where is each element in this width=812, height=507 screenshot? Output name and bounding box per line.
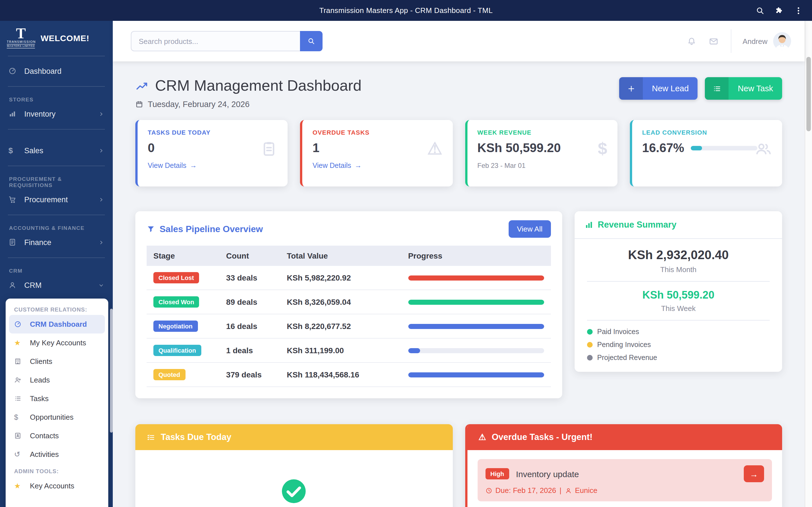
calendar-icon [135, 100, 143, 108]
revenue-legend: Paid Invoices Pending Invoices Projected… [587, 328, 770, 362]
submenu-item-label: Activities [30, 450, 59, 458]
task-assignee: Eunice [575, 486, 598, 495]
submenu-item-contacts[interactable]: Contacts [9, 426, 105, 445]
total-value: KSh 8,220,677.52 [280, 314, 401, 338]
legend-item-paid: Paid Invoices [587, 328, 770, 336]
bar-chart-icon [585, 221, 593, 229]
submenu-item-label: Opportunities [30, 413, 73, 421]
sidebar-item-crm[interactable]: CRM [0, 275, 113, 295]
progress-bar [408, 372, 544, 377]
submenu-item-tasks[interactable]: Tasks [9, 389, 105, 407]
view-details-link[interactable]: View Details→ [148, 162, 197, 170]
dashboard-icon [8, 67, 20, 75]
clipboard-icon [261, 140, 278, 157]
stat-card-lead-conversion: LEAD CONVERSION 16.67% [630, 120, 782, 186]
total-value: KSh 118,434,568.16 [280, 362, 401, 387]
priority-badge: High [485, 468, 509, 480]
scrollbar-thumb[interactable] [806, 57, 811, 131]
submenu-item-opportunities[interactable]: $ Opportunities [9, 407, 105, 426]
column-header-total-value: Total Value [280, 245, 401, 266]
list-icon [705, 77, 729, 100]
month-revenue-label: This Month [587, 265, 770, 274]
sidebar-divider [8, 86, 105, 87]
sidebar-divider [8, 214, 105, 215]
overflow-menu-icon[interactable] [794, 6, 803, 15]
week-revenue-label: This Week [587, 304, 770, 313]
stat-date-range: Feb 23 - Mar 01 [477, 162, 607, 170]
dollar-icon: $ [8, 146, 20, 155]
sidebar-scrollbar-thumb[interactable] [110, 309, 113, 433]
overdue-card-header: ⚠ Overdue Tasks - Urgent! [467, 424, 782, 450]
topbar-right: Andrew [687, 29, 791, 53]
submenu-item-label: Contacts [30, 431, 59, 440]
submenu-item-label: My Key Accounts [30, 338, 86, 347]
search-icon[interactable] [756, 6, 765, 15]
pipeline-row: Closed Lost 33 deals KSh 5,982,220.92 [147, 266, 551, 290]
sidebar-item-finance[interactable]: Finance [0, 232, 113, 252]
chevron-right-icon [98, 239, 104, 245]
sidebar-item-label: CRM [24, 281, 42, 289]
app-window: Transmission Masters App - CRM Dashboard… [0, 0, 812, 507]
sidebar-section-crm: CRM [0, 263, 113, 275]
column-header-count: Count [219, 245, 280, 266]
user-icon [565, 487, 571, 494]
pipeline-header: Sales Pipeline Overview View All [135, 211, 562, 244]
header-actions: New Lead New Task [619, 77, 782, 100]
view-all-button[interactable]: View All [508, 220, 551, 238]
legend-item-projected: Projected Revenue [587, 354, 770, 362]
sidebar-item-dashboard[interactable]: Dashboard [0, 61, 113, 81]
sidebar-item-label: Finance [24, 238, 51, 246]
stat-label: TASKS DUE TODAY [148, 129, 278, 136]
new-task-button[interactable]: New Task [705, 77, 782, 100]
sidebar-item-inventory[interactable]: Inventory [0, 104, 113, 124]
welcome-text: WELCOME! [41, 33, 89, 43]
search-button[interactable] [300, 31, 322, 51]
sidebar-section-procurement: PROCUREMENT & REQUISITIONS [0, 171, 113, 189]
page-date: Tuesday, February 24, 2026 [135, 100, 361, 109]
submenu-item-crm-dashboard[interactable]: CRM Dashboard [9, 315, 105, 333]
stat-card-overdue-tasks: OVERDUE TASKS 1 ⚠ View Details→ [300, 120, 453, 186]
submenu-item-key-accounts[interactable]: ★ Key Accounts [9, 476, 105, 495]
revenue-summary-card: Revenue Summary KSh 2,932,020.40 This Mo… [574, 211, 782, 372]
revenue-summary-title: Revenue Summary [574, 211, 782, 239]
page-scrollbar[interactable] [805, 21, 812, 507]
sidebar-item-procurement[interactable]: Procurement [0, 189, 113, 209]
sidebar-item-label: Procurement [24, 195, 68, 204]
view-details-link[interactable]: View Details→ [313, 162, 362, 170]
brand-line2: MASTERS LIMITED [7, 44, 35, 48]
overdue-tasks-card: ⚠ Overdue Tasks - Urgent! High Inventory… [465, 424, 782, 507]
pipeline-row: Closed Won 89 deals KSh 8,326,059.04 [147, 290, 551, 314]
clock-icon [485, 487, 492, 494]
check-circle-icon [147, 478, 441, 504]
sidebar-divider [8, 165, 105, 166]
sidebar-item-sales[interactable]: $ Sales [0, 140, 113, 160]
submenu-item-activities[interactable]: ↺ Activities [9, 445, 105, 463]
brand-logo[interactable]: T TRANSMISSION MASTERS LIMITED [7, 27, 35, 48]
overdue-task-row[interactable]: High Inventory update → [477, 459, 772, 501]
pipeline-row: Quoted 379 deals KSh 118,434,568.16 [147, 362, 551, 387]
new-lead-button[interactable]: New Lead [619, 77, 698, 100]
deal-count: 16 deals [219, 314, 280, 338]
submenu-item-clients[interactable]: Clients [9, 352, 105, 371]
sidebar-divider [8, 55, 105, 56]
stage-badge: Closed Won [153, 296, 199, 307]
users-icon [755, 140, 772, 157]
main-area: Andrew [113, 21, 805, 507]
user-menu[interactable]: Andrew [731, 29, 791, 53]
progress-bar [408, 348, 544, 353]
submenu-item-leads[interactable]: Leads [9, 371, 105, 389]
app-titlebar: Transmission Masters App - CRM Dashboard… [0, 0, 812, 21]
submenu-item-my-key-accounts[interactable]: ★ My Key Accounts [9, 333, 105, 352]
brand-line1: TRANSMISSION [7, 40, 35, 43]
search-input[interactable] [131, 31, 300, 51]
extensions-icon[interactable] [775, 6, 784, 15]
column-header-stage: Stage [147, 245, 219, 266]
progress-bar [408, 324, 544, 329]
crm-submenu: CUSTOMER RELATIONS: CRM Dashboard ★ My K… [6, 298, 108, 507]
bell-icon[interactable] [687, 36, 696, 46]
envelope-icon[interactable] [709, 36, 718, 46]
open-task-button[interactable]: → [744, 465, 764, 482]
plus-icon [619, 77, 643, 100]
stat-value: KSh 50,599.20 [477, 141, 607, 156]
sidebar: T TRANSMISSION MASTERS LIMITED WELCOME! … [0, 21, 113, 507]
